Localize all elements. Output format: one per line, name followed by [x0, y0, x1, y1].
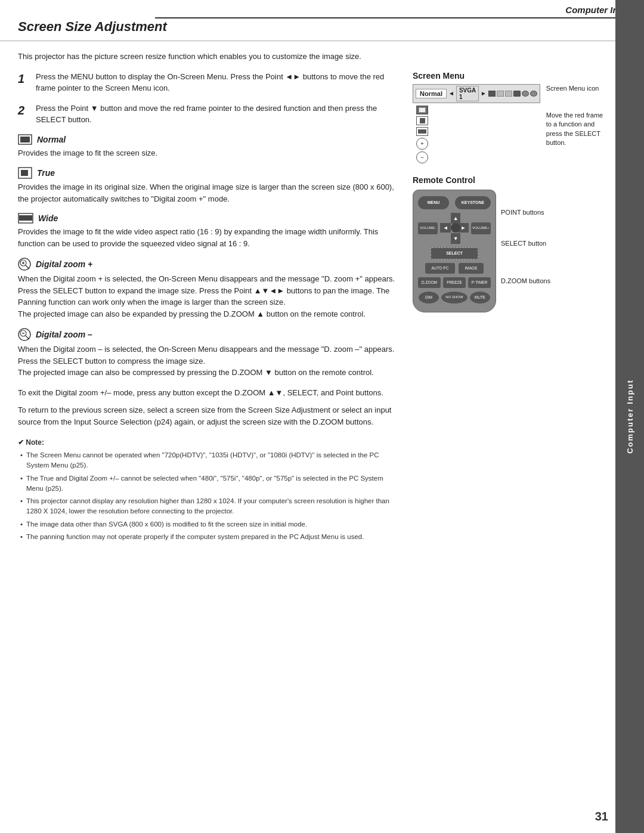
left-icon-normal [416, 106, 428, 114]
section-normal-header: Normal [18, 134, 401, 145]
section-dzoom-minus: Digital zoom – When the Digital zoom – i… [18, 328, 401, 379]
menu-icon-3 [505, 91, 512, 97]
svg-line-14 [26, 336, 29, 339]
checkmark-icon: ✔ [18, 438, 24, 447]
menu-right-arrow-icon: ► [481, 90, 487, 97]
note-item-5: The panning function may not operate pro… [18, 532, 401, 542]
step-text-1: Press the MENU button to display the On-… [36, 71, 401, 94]
remote-control-box: Remote Control MENU KEYSTONE [413, 175, 597, 312]
note-item-3: This projector cannot display any resolu… [18, 496, 401, 517]
page-title-bar: Screen Size Adjustment [0, 0, 615, 41]
true-icon [18, 167, 32, 179]
ptimer-btn[interactable]: P-TIMER [468, 277, 491, 288]
main-content: Screen Size Adjustment This projector ha… [0, 0, 615, 568]
exit-text: To exit the Digital zoom +/– mode, press… [18, 387, 401, 399]
remote-control-title: Remote Control [413, 175, 597, 185]
noshow-btn[interactable]: NO SHOW [441, 292, 467, 304]
menu-icon-1 [488, 91, 496, 97]
svg-rect-1 [20, 137, 30, 143]
sidebar-label: Computer Input [626, 379, 634, 454]
notes-label: Note: [26, 438, 44, 447]
section-normal: Normal Provides the image to fit the scr… [18, 134, 401, 159]
dzoom-minus-icon [18, 328, 31, 341]
return-text: To return to the previous screen size, s… [18, 404, 401, 428]
callout-select: SELECT button [501, 239, 550, 249]
callout-point: POINT buttons [501, 208, 550, 218]
callout-icon-label: Screen Menu icon [546, 84, 606, 93]
menu-icon-2 [497, 91, 504, 97]
screen-menu-diagram-box: Screen Menu Normal ◄ SVGA 1 ► [413, 71, 597, 163]
step-number-1: 1 [18, 71, 30, 94]
true-body: Provides the image in its original size.… [18, 181, 401, 205]
dzoom-minus-body: When the Digital zoom – is selected, the… [18, 343, 401, 379]
intro-text: This projector has the picture screen re… [0, 51, 615, 71]
svg-rect-5 [19, 215, 32, 221]
note-item-4: The image data other than SVGA (800 x 60… [18, 519, 401, 529]
section-dzoom-plus-header: Digital zoom + [18, 258, 401, 271]
section-true-header: True [18, 167, 401, 179]
menu-left-arrow-icon: ◄ [448, 90, 454, 97]
keystone-btn[interactable]: KEYSTONE [455, 196, 491, 209]
select-btn[interactable]: SELECT [431, 247, 478, 259]
right-column: Screen Menu Normal ◄ SVGA 1 ► [413, 71, 597, 545]
left-icon-dzoom-plus: + [416, 138, 428, 150]
dpad[interactable]: ▲ ▼ ◄ ► [440, 213, 469, 244]
volume-plus-btn[interactable]: VOLUME+ [471, 222, 491, 234]
callout-dzoom: D.ZOOM buttons [501, 276, 550, 286]
dim-btn[interactable]: DIM [419, 292, 439, 304]
remote-body: MENU KEYSTONE VOLUME- [413, 190, 496, 312]
section-wide-header: Wide [18, 213, 401, 224]
section-dzoom-minus-header: Digital zoom – [18, 328, 401, 341]
left-icon-dzoom-minus: − [416, 151, 428, 163]
right-sidebar: Computer Input [615, 0, 644, 833]
dzoom-plus-body: When the Digital zoom + is selected, the… [18, 273, 401, 320]
wide-body: Provides the image to fit the wide video… [18, 226, 401, 249]
remote-callouts: POINT buttons SELECT button D.ZOOM butto… [501, 190, 550, 286]
mute-btn[interactable]: MUTE [470, 292, 490, 304]
normal-icon [18, 134, 32, 145]
notes-section: ✔ Note: The Screen Menu cannot be operat… [18, 437, 401, 542]
note-item-2: The True and Digital Zoom +/– cannot be … [18, 473, 401, 494]
true-label: True [37, 168, 55, 178]
wide-label: Wide [38, 213, 58, 223]
normal-label: Normal [37, 135, 66, 144]
step-1: 1 Press the MENU button to display the O… [18, 71, 401, 94]
section-dzoom-plus: Digital zoom + When the Digital zoom + i… [18, 258, 401, 320]
wide-icon [18, 213, 33, 224]
dzoom-minus-label: Digital zoom – [36, 330, 92, 339]
page-title: Screen Size Adjustment [18, 19, 597, 35]
section-wide: Wide Provides the image to fit the wide … [18, 213, 401, 249]
dzoom-plus-label: Digital zoom + [36, 259, 92, 269]
image-btn[interactable]: IMAGE [459, 263, 484, 274]
screen-menu-title: Screen Menu [413, 71, 597, 80]
notes-title: ✔ Note: [18, 437, 401, 448]
volume-minus-btn[interactable]: VOLUME- [418, 222, 438, 234]
autopc-btn[interactable]: AUTO PC [425, 263, 455, 274]
section-true: True Provides the image in its original … [18, 167, 401, 205]
freeze-btn[interactable]: FREEZE [443, 277, 466, 288]
dzoom-plus-icon [18, 258, 31, 271]
menu-icon-4 [513, 91, 521, 97]
left-column: 1 Press the MENU button to display the O… [18, 71, 401, 545]
left-icon-true [416, 116, 428, 125]
menu-svga-text: SVGA 1 [456, 86, 479, 101]
callout-select-label: Move the red frame to a function and pre… [546, 111, 606, 148]
step-2: 2 Press the Point ▼ button and move the … [18, 103, 401, 126]
step-text-2: Press the Point ▼ button and move the re… [36, 103, 401, 126]
svg-rect-3 [21, 170, 28, 176]
left-icon-wide [416, 127, 428, 136]
step-number-2: 2 [18, 103, 30, 126]
menu-icon-6 [530, 91, 537, 97]
menu-btn[interactable]: MENU [418, 196, 449, 209]
dzoom-btn[interactable]: D.ZOOM [418, 277, 441, 288]
note-item-1: The Screen Menu cannot be operated when … [18, 450, 401, 471]
svg-line-10 [26, 265, 29, 269]
menu-icon-5 [522, 91, 529, 97]
page-number: 31 [595, 810, 608, 823]
menu-normal-text: Normal [416, 89, 447, 98]
normal-body: Provides the image to fit the screen siz… [18, 147, 401, 159]
